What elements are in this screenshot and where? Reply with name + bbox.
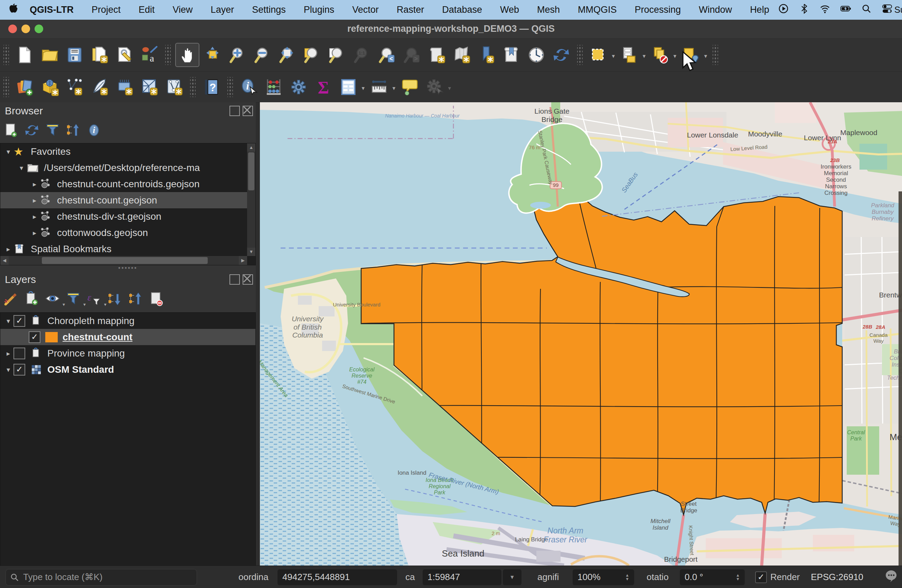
run-feature-action-button[interactable]: ▾ — [423, 76, 446, 99]
show-spatial-bookmarks-button[interactable] — [500, 44, 523, 66]
select-by-location-button[interactable]: ▾ — [680, 44, 702, 66]
menubar-user[interactable]: Su — [894, 5, 902, 15]
menu-raster[interactable]: Raster — [388, 5, 433, 15]
menu-project[interactable]: Project — [83, 5, 130, 15]
menu-database[interactable]: Database — [433, 5, 491, 15]
browser-item--users-demet-desktop-reference-ma[interactable]: ▾/Users/demet/Desktop/reference-ma — [0, 160, 255, 176]
map-tips-button[interactable] — [398, 76, 421, 99]
browser-horizontal-scrollbar[interactable]: ◀▶ — [0, 256, 247, 265]
layer-visibility-checkbox[interactable] — [14, 347, 25, 359]
wifi-icon[interactable] — [820, 3, 830, 16]
toolbar-grip[interactable] — [3, 77, 9, 97]
manage-map-themes-button[interactable]: ▾ — [44, 290, 61, 308]
measure-line-dropdown-icon[interactable]: ▾ — [392, 84, 395, 92]
toolbar-grip[interactable] — [165, 45, 171, 65]
bluetooth-icon[interactable] — [799, 3, 810, 16]
select-features-by-value-dropdown-icon[interactable]: ▾ — [642, 53, 645, 60]
menu-processing[interactable]: Processing — [626, 5, 690, 15]
properties-widget-button[interactable]: i — [85, 121, 103, 139]
deselect-features-button[interactable]: ▾ — [649, 44, 672, 66]
menu-web[interactable]: Web — [491, 5, 528, 15]
menu-mmqgis[interactable]: MMQGIS — [569, 5, 626, 15]
style-manager-button[interactable]: a — [138, 44, 161, 66]
menu-settings[interactable]: Settings — [243, 5, 295, 15]
menu-view[interactable]: View — [164, 5, 202, 15]
open-attribute-table-dropdown-icon[interactable]: ▾ — [362, 84, 365, 92]
select-features-by-value-button[interactable]: ▾ — [618, 44, 641, 66]
refresh-map-button[interactable] — [550, 44, 573, 66]
filter-by-expression-button[interactable]: ε▾ — [85, 290, 103, 308]
run-feature-action-dropdown-icon[interactable]: ▾ — [448, 84, 451, 92]
layer-visibility-checkbox[interactable]: ✓ — [14, 315, 25, 327]
menu-qgis-ltr[interactable]: QGIS-LTR — [30, 5, 83, 15]
menu-vector[interactable]: Vector — [343, 5, 388, 15]
processing-toolbox-button[interactable] — [287, 76, 310, 99]
panel-splitter[interactable]: •••••• — [0, 265, 256, 271]
collapse-all-button[interactable] — [64, 121, 82, 139]
open-attribute-table-button[interactable]: ▾ — [337, 76, 360, 99]
field-calculator-button[interactable] — [262, 76, 285, 99]
browser-item-chestnuts-div-st-geojson[interactable]: ▸chestnuts-div-st.geojson — [0, 208, 255, 225]
spotlight-icon[interactable] — [861, 3, 872, 16]
identify-features-button[interactable]: i — [237, 76, 260, 99]
open-layer-styling-button[interactable] — [2, 290, 20, 308]
deselect-features-dropdown-icon[interactable]: ▾ — [673, 53, 676, 60]
new-geopackage-layer-button[interactable] — [38, 76, 61, 99]
zoom-to-selection-button[interactable] — [301, 44, 324, 66]
coordinate-value[interactable]: 494275,5448891 — [277, 569, 397, 585]
zoom-next-button[interactable]: > — [401, 44, 423, 66]
statistical-summary-button[interactable]: Σ — [312, 76, 335, 99]
zoom-last-button[interactable]: < — [376, 44, 398, 66]
toolbar-grip[interactable] — [713, 45, 718, 65]
layer-item-choropleth-mapping[interactable]: ▾✓Choropleth mapping — [0, 313, 255, 329]
play-circle-icon[interactable] — [778, 3, 789, 16]
crs-status-button[interactable]: EPSG:26910 — [811, 572, 863, 582]
messages-icon[interactable] — [884, 569, 899, 585]
layer-item-chestnut-count[interactable]: ✓chestnut-count — [0, 329, 255, 345]
new-map-view-button[interactable] — [426, 44, 448, 66]
window-titlebar[interactable]: reference-mapping-workshop_DEMO3 — QGIS — [0, 20, 902, 38]
scale-dropdown-icon[interactable]: ▼ — [503, 569, 521, 585]
select-features-dropdown-icon[interactable]: ▾ — [612, 53, 615, 60]
battery-icon[interactable] — [841, 3, 851, 16]
remove-layer-button[interactable] — [147, 290, 165, 308]
rotation-spinbox[interactable]: 0.0 °▲▼ — [680, 569, 745, 585]
menu-mesh[interactable]: Mesh — [528, 5, 569, 15]
scale-combobox[interactable]: 1:59847 — [423, 569, 501, 585]
browser-float-icon[interactable] — [229, 106, 240, 116]
magnifier-spinbox[interactable]: 100%▲▼ — [573, 569, 634, 585]
browser-item-chestnut-count-geojson[interactable]: ▸chestnut-count.geojson — [0, 192, 255, 208]
browser-item-cottonwoods-geojson[interactable]: ▸cottonwoods.geojson — [0, 225, 255, 241]
layer-visibility-checkbox[interactable]: ✓ — [14, 364, 25, 375]
refresh-browser-button[interactable] — [23, 121, 41, 139]
layers-float-icon[interactable] — [229, 274, 240, 285]
toolbar-grip[interactable] — [227, 77, 233, 97]
layer-item-province-mapping[interactable]: ▸Province mapping — [0, 345, 255, 361]
menu-layer[interactable]: Layer — [202, 5, 243, 15]
add-group-button[interactable] — [23, 290, 41, 308]
browser-item-spatial-bookmarks[interactable]: ▸Spatial Bookmarks — [0, 241, 255, 257]
zoom-native-button[interactable]: 1:1 — [351, 44, 374, 66]
new-project-button[interactable] — [14, 44, 36, 66]
menu-window[interactable]: Window — [690, 5, 741, 15]
toolbar-grip[interactable] — [190, 77, 196, 97]
pan-map-button[interactable] — [175, 43, 199, 67]
select-features-button[interactable]: ▾ — [587, 44, 610, 66]
browser-item-favorites[interactable]: ▾★Favorites — [0, 143, 255, 160]
browser-vertical-scrollbar[interactable]: ▲▼ — [247, 143, 255, 256]
open-project-button[interactable] — [38, 44, 61, 66]
map-canvas[interactable]: Lions Gate BridgeNanaimo Harbour — Coal … — [260, 102, 902, 566]
add-selected-layers-button[interactable] — [2, 121, 20, 139]
temporal-controller-button[interactable] — [525, 44, 548, 66]
browser-close-icon[interactable] — [243, 106, 253, 116]
collapse-all-button[interactable] — [127, 290, 144, 308]
zoom-out-button[interactable] — [251, 44, 274, 66]
new-virtual-layer-button[interactable] — [163, 76, 186, 99]
browser-item-chestnut-count-centroids-geojson[interactable]: ▸chestnut-count-centroids.geojson — [0, 176, 255, 192]
layer-visibility-checkbox[interactable]: ✓ — [29, 331, 41, 343]
save-project-button[interactable] — [63, 44, 86, 66]
layers-close-icon[interactable] — [243, 274, 253, 285]
data-source-manager-button[interactable] — [14, 76, 36, 99]
menu-edit[interactable]: Edit — [130, 5, 164, 15]
pan-to-selection-button[interactable] — [202, 44, 224, 66]
